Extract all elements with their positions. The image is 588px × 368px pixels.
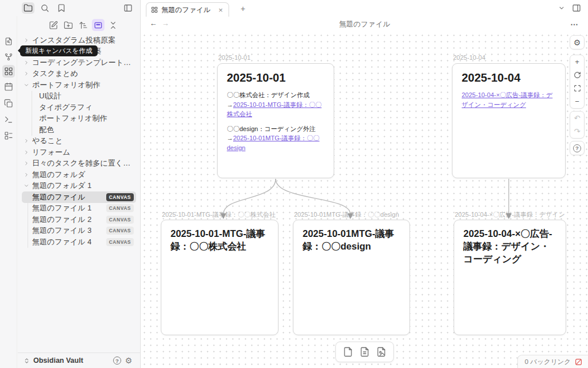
canvas-card-2025-10-04[interactable]: 2025-10-04 2025-10-04 2025-10-04-×〇広告-議事… [452, 63, 566, 178]
backlinks-count[interactable]: 0 バックリンク [525, 358, 571, 366]
collapse-left-sidebar-button[interactable] [122, 2, 134, 14]
canvas-file-icon [151, 6, 158, 13]
layout-list-ribbon-button[interactable] [2, 129, 15, 142]
terminal-icon [4, 115, 13, 124]
file-item[interactable]: 無題のファイル 4 CANVAS [28, 236, 136, 248]
canvas-card-ad-giji[interactable]: 2025-10-04-×〇広告-議事録：デザイン・コー… 2025-10-04-… [454, 220, 566, 335]
card-copy-ribbon-button[interactable] [2, 97, 15, 110]
calendar-ribbon-button[interactable] [2, 80, 15, 93]
canvas[interactable]: 2025-10-01 2025-10-01 〇〇株式会社：デザイン作成 →202… [141, 32, 588, 368]
canvas-settings-button[interactable]: ⚙ [570, 36, 584, 49]
file-item-label: 無題のファイル [32, 192, 86, 202]
folder-plus-icon [64, 21, 73, 30]
settings-button[interactable]: ⚙ [123, 355, 134, 366]
maximize-icon [574, 85, 581, 92]
internal-link[interactable]: 2025-10-01-MTG-議事録：〇〇株式会社 [227, 101, 322, 118]
folder-item[interactable]: やること [22, 136, 136, 147]
terminal-ribbon-button[interactable] [2, 113, 15, 126]
file-text-icon [359, 347, 370, 357]
folder-icon [24, 3, 33, 13]
file-item[interactable]: UI設計 [32, 91, 136, 102]
file-item-label: UI設計 [39, 91, 61, 101]
folder-item[interactable]: リフォーム [22, 147, 136, 158]
canvas-card-mtg-kabushiki[interactable]: 2025-10-01-MTG-議事録：〇〇株式会社 2025-10-01-MTG… [161, 220, 278, 335]
canvas-badge: CANVAS [106, 216, 134, 224]
canvas-card-2025-10-01[interactable]: 2025-10-01 2025-10-01 〇〇株式会社：デザイン作成 →202… [217, 63, 334, 178]
file-explorer-toolbar [47, 19, 119, 31]
file-item[interactable]: タイポグラフィ [32, 102, 136, 113]
file-tree: インスタグラム投稿原案 構築 コーディングテンプレート新規案 タスクまとめ ポー… [18, 34, 140, 352]
note-search-ribbon-button[interactable] [2, 35, 15, 48]
tab-list-button[interactable] [558, 5, 565, 12]
bookmark-icon [57, 3, 66, 13]
files-tab-button[interactable] [22, 2, 34, 14]
vault-switcher[interactable]: Obsidian Vault [33, 356, 83, 365]
file-item-label: 無題のファイル 1 [32, 203, 91, 213]
chevrons-up-down-icon [24, 358, 30, 364]
collapse-all-button[interactable] [107, 19, 119, 31]
close-icon[interactable]: × [217, 6, 224, 14]
status-bar: 0 バックリンク [517, 355, 588, 368]
add-card-button[interactable] [341, 344, 355, 359]
sort-order-button[interactable] [77, 19, 90, 31]
add-media-button[interactable] [374, 344, 389, 359]
add-note-button[interactable] [357, 344, 372, 359]
tooltip: 新規キャンバスを作成 [20, 45, 98, 56]
card-file-label: 2025-10-01MTG-議事録：〇〇design [294, 210, 410, 219]
new-note-button[interactable] [47, 19, 60, 31]
file-item-label: ポートフォリオ制作 [39, 113, 107, 124]
new-folder-button[interactable] [62, 19, 75, 31]
chevron-right-icon [24, 150, 31, 155]
card-text: 〇〇株式会社：デザイン作成 [227, 91, 310, 98]
card-title: 2025-10-01MTG-議事録：〇〇design [303, 228, 400, 253]
canvas-card-mtg-design[interactable]: 2025-10-01MTG-議事録：〇〇design 2025-10-01MTG… [293, 220, 410, 335]
canvas-help-button[interactable]: ? [570, 141, 584, 155]
folder-item[interactable]: ポートフォリオ制作 [22, 79, 136, 91]
folder-item[interactable]: コーディングテンプレート新規案 [22, 57, 136, 68]
expand-right-sidebar-button[interactable] [572, 3, 581, 13]
folder-item[interactable]: タスクまとめ [22, 68, 136, 80]
tab-active[interactable]: 無題のファイル × [146, 2, 229, 17]
file-item-label: 無題のファイル 4 [32, 237, 91, 247]
arrow-prefix: → [227, 101, 233, 108]
folder-item[interactable]: 無題のフォルダ 1 [22, 181, 136, 192]
calendar-icon [4, 82, 13, 91]
folder-item[interactable]: インスタグラム投稿原案 [22, 34, 136, 46]
file-item[interactable]: 配色 [32, 124, 136, 136]
folder-item-label: 無題のフォルダ [32, 170, 86, 180]
sort-ascending-icon [79, 21, 88, 30]
chevron-right-icon [24, 172, 31, 178]
card-file-label: 2025-10-04-×〇広告-議事録：デザイン・コー… [455, 210, 566, 219]
card-title: 2025-10-01 [227, 71, 324, 85]
card-layout-button[interactable] [92, 19, 105, 31]
help-button[interactable]: ? [111, 355, 123, 366]
folder-item[interactable]: 日々のタスクを雑多に置くところ [22, 158, 136, 170]
internal-link[interactable]: 2025-10-01MTG-議事録：〇〇design [227, 135, 319, 151]
folder-item[interactable]: 無題のフォルダ [22, 169, 136, 181]
file-item[interactable]: 無題のファイル 3 CANVAS [28, 225, 136, 237]
file-item-label: 無題のファイル 3 [32, 225, 91, 236]
zoom-to-fit-button[interactable] [570, 82, 584, 95]
redo-button[interactable]: ↷ [570, 125, 584, 138]
new-canvas-ribbon-button[interactable] [2, 65, 15, 78]
more-options-button[interactable]: … [570, 18, 579, 27]
history-controls-group: ↶ ↷ [570, 111, 585, 139]
search-tab-button[interactable] [38, 2, 51, 14]
file-item[interactable]: ポートフォリオ制作 [32, 113, 136, 125]
file-item[interactable]: 無題のファイル 1 CANVAS [28, 203, 136, 214]
file-item-label: タイポグラフィ [39, 102, 92, 113]
zoom-out-button[interactable]: − [570, 95, 584, 108]
rotate-cw-icon [574, 71, 581, 79]
reset-zoom-button[interactable] [570, 68, 584, 82]
file-item-selected[interactable]: 無題のファイル CANVAS [22, 191, 136, 203]
new-tab-button[interactable]: + [237, 3, 249, 14]
folder-item-label: コーディングテンプレート新規案 [32, 57, 136, 68]
file-item[interactable]: 無題のファイル 2 CANVAS [28, 214, 136, 225]
internal-link[interactable]: 2025-10-04-×〇広告-議事録：デザイン・コーディング [462, 91, 552, 108]
undo-button[interactable]: ↶ [570, 112, 584, 125]
git-fork-icon [4, 52, 13, 62]
bookmarks-tab-button[interactable] [55, 2, 68, 14]
graph-view-ribbon-button[interactable] [2, 51, 15, 63]
zoom-in-button[interactable]: + [570, 55, 584, 68]
sync-error-icon[interactable] [575, 358, 582, 366]
